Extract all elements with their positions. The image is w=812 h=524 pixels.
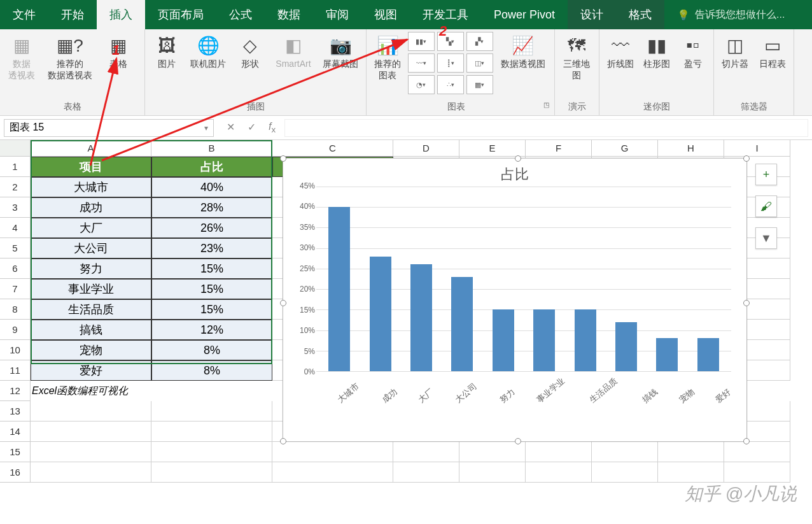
recommended-pivot-button[interactable]: ▦?推荐的 数据透视表	[41, 31, 99, 84]
cell[interactable]	[151, 462, 272, 483]
cell[interactable]	[592, 462, 658, 483]
cell[interactable]	[272, 462, 393, 483]
row-header[interactable]: 3	[0, 197, 31, 218]
online-picture-button[interactable]: 🌐联机图片	[185, 31, 230, 73]
row-header[interactable]: 15	[0, 442, 31, 462]
column-header[interactable]: G	[592, 140, 658, 157]
row-header[interactable]: 9	[0, 320, 31, 340]
column-header[interactable]: H	[658, 140, 724, 157]
cell[interactable]	[526, 442, 592, 462]
chart-bar[interactable]	[493, 309, 514, 371]
picture-button[interactable]: 🖼图片	[148, 31, 185, 73]
cell[interactable]: 大公司	[31, 238, 151, 258]
column-header[interactable]: D	[393, 140, 459, 157]
cell[interactable]: 40%	[151, 177, 272, 197]
cell[interactable]: 爱好	[31, 360, 151, 381]
select-all-corner[interactable]	[0, 140, 31, 157]
cell[interactable]: 26%	[151, 218, 272, 238]
line-chart-icon[interactable]: 〰	[408, 53, 435, 73]
surface-chart-icon[interactable]: ▩	[466, 75, 493, 94]
chart-bar[interactable]	[697, 338, 719, 371]
sparkline-column-button[interactable]: ▮▮柱形图	[638, 31, 675, 73]
fx-icon[interactable]: fx	[269, 121, 276, 134]
tab-home[interactable]: 开始	[48, 0, 97, 29]
recommended-charts-button[interactable]: 📊推荐的 图表	[369, 31, 407, 84]
cell[interactable]	[31, 442, 151, 462]
sparkline-winloss-button[interactable]: ▪▫盈亏	[675, 31, 711, 73]
cancel-icon[interactable]: ✕	[227, 121, 235, 134]
pie-chart-icon[interactable]: ◔	[408, 75, 435, 94]
chart-bar[interactable]	[370, 257, 391, 371]
cell[interactable]: 大厂	[31, 218, 151, 238]
cell[interactable]: 成功	[31, 197, 151, 218]
screenshot-button[interactable]: 📷屏幕截图	[318, 31, 363, 73]
cell[interactable]	[393, 462, 459, 483]
cell[interactable]	[459, 442, 526, 462]
cell[interactable]	[526, 462, 592, 483]
column-header[interactable]: B	[151, 140, 272, 157]
tab-powerpivot[interactable]: Power Pivot	[481, 0, 568, 29]
cell[interactable]	[151, 401, 272, 421]
slicer-button[interactable]: ◫切片器	[717, 31, 754, 73]
row-header[interactable]: 6	[0, 258, 31, 279]
chart-bar[interactable]	[656, 338, 678, 371]
chart-filters-button[interactable]: ▼	[755, 227, 777, 249]
column-header[interactable]: E	[459, 140, 526, 157]
cell[interactable]	[151, 421, 272, 442]
cell[interactable]: 8%	[151, 360, 272, 381]
column-header[interactable]: I	[724, 140, 790, 157]
cell[interactable]	[393, 442, 459, 462]
tab-design[interactable]: 设计	[568, 0, 616, 29]
row-header[interactable]: 12	[0, 381, 31, 401]
row-header[interactable]: 16	[0, 462, 31, 483]
chart-styles-button[interactable]: 🖌	[755, 195, 777, 217]
cell[interactable]: Excel函数编程可视化	[31, 381, 151, 401]
sparkline-line-button[interactable]: 〰折线图	[602, 31, 638, 73]
row-header[interactable]: 10	[0, 340, 31, 360]
3dmap-button[interactable]: 🗺三维地 图	[557, 31, 596, 84]
cell[interactable]	[459, 462, 526, 483]
cell[interactable]	[151, 381, 272, 401]
cell[interactable]: 搞钱	[31, 320, 151, 340]
cell[interactable]: 15%	[151, 299, 272, 320]
cell[interactable]	[658, 462, 724, 483]
tab-review[interactable]: 审阅	[313, 0, 361, 29]
cell[interactable]: 宠物	[31, 340, 151, 360]
cell[interactable]	[658, 442, 724, 462]
cell[interactable]: 占比	[151, 157, 272, 177]
scatter-chart-icon[interactable]: ∴	[437, 75, 464, 94]
chart-elements-button[interactable]: +	[755, 164, 777, 185]
pivot-chart-button[interactable]: 📈数据透视图	[494, 31, 552, 73]
row-header[interactable]: 11	[0, 360, 31, 381]
formula-input[interactable]	[284, 119, 808, 137]
row-header[interactable]: 8	[0, 299, 31, 320]
chart-title[interactable]: 占比	[283, 159, 746, 187]
cell[interactable]	[724, 442, 790, 462]
column-header[interactable]: F	[526, 140, 592, 157]
cell[interactable]: 23%	[151, 238, 272, 258]
cell[interactable]	[31, 401, 151, 421]
name-box[interactable]: 图表 15	[4, 119, 214, 137]
chart-bar[interactable]	[451, 277, 473, 371]
chart-bar[interactable]	[615, 322, 637, 371]
row-header[interactable]: 4	[0, 218, 31, 238]
cell[interactable]: 15%	[151, 279, 272, 299]
tab-insert[interactable]: 插入	[97, 0, 145, 29]
cell[interactable]: 事业学业	[31, 279, 151, 299]
cell[interactable]: 8%	[151, 340, 272, 360]
chart-bar[interactable]	[328, 207, 350, 371]
chart-bar[interactable]	[575, 309, 596, 371]
shapes-button[interactable]: ◇形状	[231, 31, 269, 73]
row-header[interactable]: 2	[0, 177, 31, 197]
statistic-chart-icon[interactable]: ┋	[437, 53, 464, 73]
tab-layout[interactable]: 页面布局	[145, 0, 216, 29]
cell[interactable]: 28%	[151, 197, 272, 218]
row-header[interactable]: 7	[0, 279, 31, 299]
cell[interactable]	[31, 462, 151, 483]
tab-format[interactable]: 格式	[616, 0, 664, 29]
charts-dialog-launcher[interactable]: ◳	[543, 101, 552, 114]
timeline-button[interactable]: ▭日程表	[754, 31, 792, 73]
chart-bar[interactable]	[533, 309, 555, 371]
column-header[interactable]: A	[31, 140, 151, 157]
column-header[interactable]: C	[272, 140, 393, 157]
